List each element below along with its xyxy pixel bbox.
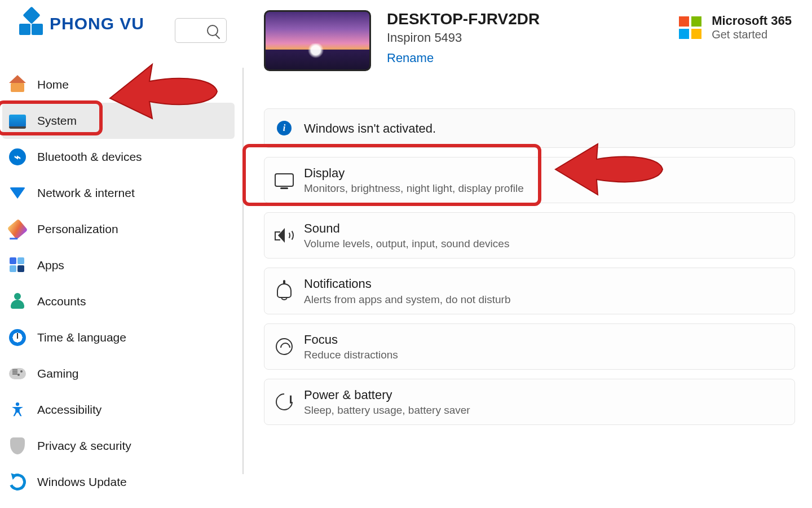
sidebar-item-system[interactable]: System <box>2 103 235 139</box>
microsoft-logo-icon <box>679 16 701 39</box>
watermark-logo: PHONG VU <box>14 7 149 41</box>
sidebar: PHONG VU Home System ⌁ Bluetooth & devic… <box>0 0 237 508</box>
card-sub: Reduce distractions <box>304 349 398 361</box>
card-title: Sound <box>304 222 509 235</box>
search-icon <box>207 25 218 36</box>
sidebar-item-label: Network & internet <box>37 186 135 200</box>
apps-icon <box>8 256 27 275</box>
gamepad-icon <box>8 364 27 383</box>
sidebar-item-label: Home <box>37 78 69 91</box>
sidebar-item-label: Privacy & security <box>37 439 131 453</box>
card-power[interactable]: Power & battery Sleep, battery usage, ba… <box>264 379 795 425</box>
svg-point-0 <box>16 402 19 406</box>
sidebar-item-label: Time & language <box>37 331 126 344</box>
sidebar-item-windows-update[interactable]: Windows Update <box>2 464 235 500</box>
sidebar-item-privacy[interactable]: Privacy & security <box>2 428 235 464</box>
sidebar-item-network[interactable]: Network & internet <box>2 175 235 211</box>
card-sub: Sleep, battery usage, battery saver <box>304 404 470 417</box>
device-meta: DESKTOP-FJRV2DR Inspiron 5493 Rename <box>387 10 540 65</box>
device-thumbnail <box>264 10 371 71</box>
card-title: Power & battery <box>304 388 470 402</box>
sidebar-item-bluetooth[interactable]: ⌁ Bluetooth & devices <box>2 139 235 175</box>
watermark-text: PHONG VU <box>50 14 144 33</box>
card-title: Focus <box>304 333 398 347</box>
cards-list: i Windows isn't activated. Display Monit… <box>264 108 795 425</box>
activation-text: Windows isn't activated. <box>304 122 436 135</box>
shield-icon <box>8 436 27 456</box>
sidebar-item-accounts[interactable]: Accounts <box>2 283 235 319</box>
power-icon <box>272 390 296 414</box>
system-header: DESKTOP-FJRV2DR Inspiron 5493 Rename Mic… <box>264 10 795 71</box>
sidebar-item-label: Personalization <box>37 222 118 236</box>
card-title: Display <box>304 167 524 180</box>
activation-banner[interactable]: i Windows isn't activated. <box>264 108 795 148</box>
sidebar-item-time-language[interactable]: Time & language <box>2 319 235 356</box>
sidebar-item-label: Windows Update <box>37 475 127 489</box>
card-title: Notifications <box>304 277 510 291</box>
bell-icon <box>277 283 292 298</box>
sidebar-item-label: Gaming <box>37 367 79 380</box>
search-input[interactable] <box>175 18 227 43</box>
clock-globe-icon <box>8 328 27 347</box>
card-sound[interactable]: Sound Volume levels, output, input, soun… <box>264 212 795 259</box>
card-sub: Volume levels, output, input, sound devi… <box>304 238 509 250</box>
update-icon <box>8 472 27 492</box>
accessibility-icon <box>8 400 27 419</box>
display-icon <box>275 173 294 187</box>
sidebar-item-accessibility[interactable]: Accessibility <box>2 392 235 428</box>
sidebar-item-personalization[interactable]: Personalization <box>2 211 235 247</box>
device-model: Inspiron 5493 <box>387 30 540 45</box>
main-content: DESKTOP-FJRV2DR Inspiron 5493 Rename Mic… <box>237 0 812 508</box>
settings-window: PHONG VU Home System ⌁ Bluetooth & devic… <box>0 0 812 508</box>
ms365-tile[interactable]: Microsoft 365 Get started <box>679 10 795 41</box>
sidebar-nav: Home System ⌁ Bluetooth & devices Networ… <box>0 51 237 500</box>
sound-icon <box>275 227 294 244</box>
focus-icon <box>276 338 293 355</box>
card-display[interactable]: Display Monitors, brightness, night ligh… <box>264 157 795 203</box>
sidebar-item-label: Apps <box>37 259 64 272</box>
sidebar-item-apps[interactable]: Apps <box>2 247 235 283</box>
rename-link[interactable]: Rename <box>387 51 434 65</box>
sidebar-item-gaming[interactable]: Gaming <box>2 356 235 392</box>
sidebar-item-label: Accounts <box>37 295 86 308</box>
sidebar-item-home[interactable]: Home <box>2 67 235 103</box>
person-icon <box>8 292 27 311</box>
phongvu-logo-icon <box>18 10 45 37</box>
ms365-sub: Get started <box>712 28 792 41</box>
wifi-icon <box>8 183 27 203</box>
sidebar-item-label: System <box>37 114 77 128</box>
info-icon: i <box>277 121 292 135</box>
sidebar-item-label: Bluetooth & devices <box>37 150 142 164</box>
card-notifications[interactable]: Notifications Alerts from apps and syste… <box>264 268 795 314</box>
sidebar-item-label: Accessibility <box>37 403 102 417</box>
paintbrush-icon <box>8 220 27 239</box>
card-sub: Alerts from apps and system, do not dist… <box>304 294 510 306</box>
card-focus[interactable]: Focus Reduce distractions <box>264 323 795 370</box>
system-icon <box>8 111 27 130</box>
ms365-title: Microsoft 365 <box>712 14 792 28</box>
home-icon <box>8 75 27 94</box>
card-sub: Monitors, brightness, night light, displ… <box>304 182 524 195</box>
device-name: DESKTOP-FJRV2DR <box>387 10 540 28</box>
bluetooth-icon: ⌁ <box>8 147 27 167</box>
